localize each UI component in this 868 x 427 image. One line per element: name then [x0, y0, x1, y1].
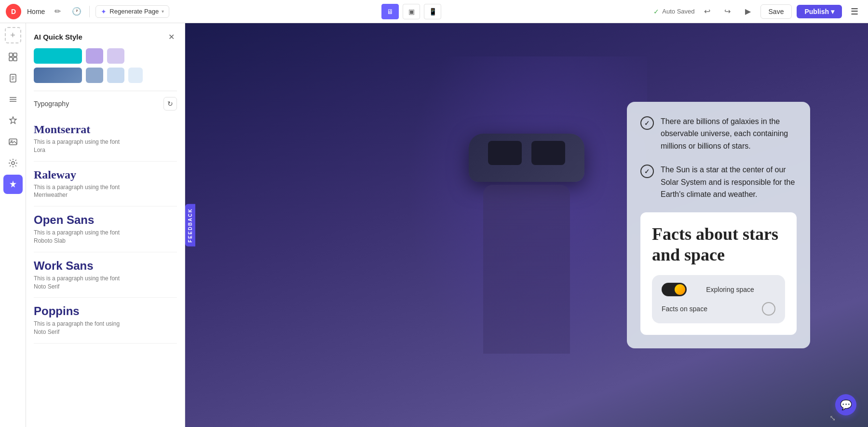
view-switcher: 🖥 ▣ 📱	[175, 4, 648, 19]
svg-rect-1	[14, 53, 17, 56]
font-desc-1: This is a paragraph using the fontMerriw…	[34, 183, 177, 200]
font-name-2: Open Sans	[34, 213, 177, 227]
font-desc-4: This is a paragraph the font usingNoto S…	[34, 320, 177, 336]
swatch-blue-main[interactable]	[34, 68, 82, 83]
font-item-poppins[interactable]: Poppins This is a paragraph the font usi…	[34, 298, 177, 344]
toggle-label-2: Facts on space	[662, 305, 707, 313]
undo-btn[interactable]: ↩	[700, 4, 715, 19]
check-icon: ✓	[653, 8, 659, 15]
toggle-radio-2[interactable]	[762, 302, 775, 316]
canvas-background: ✓ There are billions of galaxies in the …	[185, 23, 868, 427]
font-list: Montserrat This is a paragraph using the…	[34, 116, 177, 344]
sidebar-item-layers[interactable]	[3, 90, 23, 109]
font-name-0: Montserrat	[34, 123, 177, 136]
content-card: ✓ There are billions of galaxies in the …	[627, 102, 810, 349]
home-link[interactable]: Home	[27, 8, 45, 15]
vr-person-bg	[406, 56, 647, 394]
font-desc-2: This is a paragraph using the fontRoboto…	[34, 229, 177, 245]
swatch-blue-mid[interactable]	[86, 68, 103, 83]
swatch-teal[interactable]	[34, 48, 82, 64]
swatch-lavender[interactable]	[86, 48, 103, 64]
toggle-row-2: Facts on space	[662, 302, 775, 316]
toggle-area: Exploring space Facts on space	[652, 275, 785, 323]
logo[interactable]: D	[6, 4, 21, 19]
svg-point-13	[12, 162, 14, 165]
preview-btn[interactable]: ▶	[740, 4, 756, 19]
typography-label: Typography	[34, 100, 69, 108]
swatch-blue-xlight[interactable]	[128, 68, 143, 83]
typography-section: Typography ↻ Montserrat This is a paragr…	[26, 91, 185, 344]
font-desc-3: This is a paragraph using the fontNoto S…	[34, 275, 177, 291]
ai-quick-style-panel: AI Quick Style ✕ Typography ↻	[26, 23, 185, 427]
svg-rect-0	[9, 53, 13, 56]
regenerate-button[interactable]: ✦ Regenerate Page ▾	[95, 5, 169, 18]
font-desc-0: This is a paragraph using the fontLora	[34, 138, 177, 154]
swatch-light-purple[interactable]	[107, 48, 124, 64]
font-item-work-sans[interactable]: Work Sans This is a paragraph using the …	[34, 252, 177, 298]
regenerate-label: Regenerate Page	[109, 8, 159, 15]
sidebar-item-ai-style[interactable]	[3, 175, 23, 194]
chevron-down-icon: ▾	[162, 9, 164, 14]
auto-saved-label: Auto Saved	[662, 8, 694, 15]
regenerate-icon: ✦	[101, 8, 107, 15]
edit-icon-btn[interactable]: ✏	[51, 5, 64, 18]
left-sidebar: +	[0, 23, 26, 427]
vr-body	[483, 185, 570, 354]
view-desktop-btn[interactable]: 🖥	[381, 4, 399, 19]
view-tablet-btn[interactable]: ▣	[403, 4, 420, 19]
sidebar-item-settings[interactable]	[3, 153, 23, 173]
canvas-wrapper: FEEDBACK ✓	[185, 23, 868, 427]
add-element-button[interactable]: +	[5, 27, 21, 43]
divider-1	[89, 6, 90, 17]
vr-headset	[469, 134, 584, 182]
vr-lens-right	[531, 141, 565, 165]
resize-handle[interactable]: ⤡	[829, 413, 839, 423]
font-item-raleway[interactable]: Raleway This is a paragraph using the fo…	[34, 162, 177, 207]
font-item-montserrat[interactable]: Montserrat This is a paragraph using the…	[34, 116, 177, 162]
fact-check-1: ✓	[640, 116, 654, 130]
inner-card: Facts about stars and space Exploring sp…	[640, 212, 797, 335]
inner-card-title: Facts about stars and space	[652, 224, 785, 265]
font-name-1: Raleway	[34, 168, 177, 181]
topbar-right: ✓ Auto Saved ↩ ↪ ▶ Save Publish ▾ ☰	[653, 4, 862, 19]
auto-saved-indicator: ✓ Auto Saved	[653, 8, 694, 15]
publish-label: Publish	[804, 8, 829, 15]
svg-rect-3	[14, 57, 17, 61]
publish-button[interactable]: Publish ▾	[797, 5, 842, 18]
sidebar-item-pages[interactable]	[3, 69, 23, 88]
font-name-3: Work Sans	[34, 259, 177, 273]
panel-header: AI Quick Style ✕	[26, 23, 185, 48]
main-menu-button[interactable]: ☰	[847, 4, 862, 19]
sidebar-item-components[interactable]	[3, 47, 23, 67]
redo-btn[interactable]: ↪	[720, 4, 735, 19]
panel-close-button[interactable]: ✕	[165, 31, 177, 42]
toggle-knob-1	[675, 284, 685, 295]
font-name-4: Poppins	[34, 304, 177, 318]
fact-text-2: The Sun is a star at the center of our S…	[661, 164, 797, 201]
feedback-tab[interactable]: FEEDBACK	[185, 204, 195, 247]
view-mobile-btn[interactable]: 📱	[424, 4, 441, 19]
save-button[interactable]: Save	[760, 4, 792, 19]
feedback-tab-wrapper: FEEDBACK	[185, 204, 195, 247]
chat-bubble-button[interactable]: 💬	[835, 394, 856, 415]
topbar: D Home ✏ 🕐 ✦ Regenerate Page ▾ 🖥 ▣ 📱 ✓ A…	[0, 0, 868, 23]
toggle-row-1: Exploring space	[662, 283, 775, 296]
fact-text-1: There are billions of galaxies in the ob…	[661, 115, 797, 152]
svg-rect-11	[9, 139, 17, 145]
sidebar-item-integrations[interactable]	[3, 111, 23, 130]
refresh-typography-button[interactable]: ↻	[163, 97, 177, 110]
toggle-switch-1[interactable]	[662, 283, 687, 296]
swatch-row-1	[34, 48, 177, 64]
font-item-open-sans[interactable]: Open Sans This is a paragraph using the …	[34, 207, 177, 252]
fact-check-2: ✓	[640, 165, 654, 178]
sidebar-item-media[interactable]	[3, 132, 23, 152]
color-swatches-section	[26, 48, 185, 91]
typography-header: Typography ↻	[34, 91, 177, 116]
svg-point-12	[11, 140, 12, 142]
swatch-blue-light[interactable]	[107, 68, 124, 83]
toggle-label-1: Exploring space	[706, 286, 754, 293]
panel-title: AI Quick Style	[34, 33, 82, 41]
svg-rect-2	[9, 57, 13, 61]
vr-lens-left	[488, 141, 522, 165]
history-icon-btn[interactable]: 🕐	[70, 5, 83, 18]
